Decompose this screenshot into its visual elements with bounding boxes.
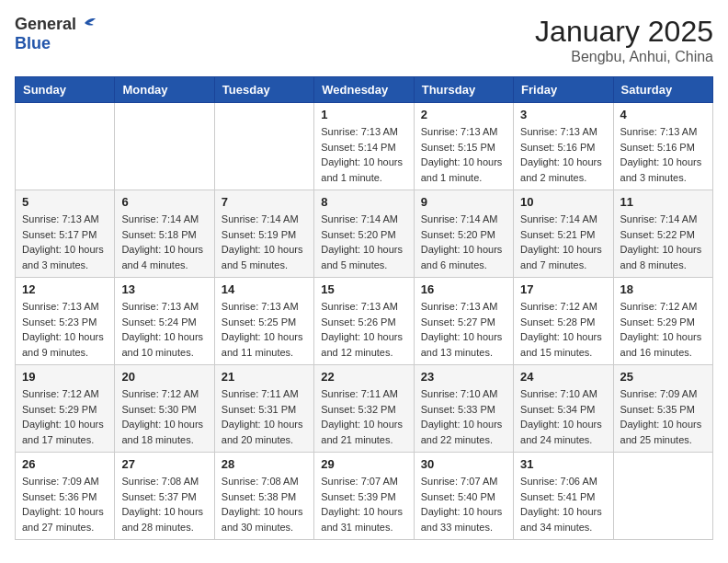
calendar-empty-cell <box>16 103 115 190</box>
day-info: Sunrise: 7:12 AMSunset: 5:29 PMDaylight:… <box>620 299 706 360</box>
header-day-wednesday: Wednesday <box>314 77 414 103</box>
day-info: Sunrise: 7:12 AMSunset: 5:30 PMDaylight:… <box>121 386 207 447</box>
day-info: Sunrise: 7:13 AMSunset: 5:16 PMDaylight:… <box>620 124 706 185</box>
day-number: 4 <box>620 108 706 121</box>
logo-blue-text: Blue <box>15 34 51 52</box>
day-number: 1 <box>321 108 406 121</box>
day-number: 9 <box>421 195 506 209</box>
day-number: 11 <box>620 195 706 209</box>
calendar-day-1: 1Sunrise: 7:13 AMSunset: 5:14 PMDaylight… <box>314 103 414 190</box>
calendar-table: SundayMondayTuesdayWednesdayThursdayFrid… <box>15 76 713 540</box>
calendar-week-row: 19Sunrise: 7:12 AMSunset: 5:29 PMDayligh… <box>16 365 713 453</box>
calendar-day-28: 28Sunrise: 7:08 AMSunset: 5:38 PMDayligh… <box>214 453 313 540</box>
day-info: Sunrise: 7:14 AMSunset: 5:18 PMDaylight:… <box>121 212 207 272</box>
calendar-day-2: 2Sunrise: 7:13 AMSunset: 5:15 PMDaylight… <box>414 103 513 190</box>
calendar-empty-cell <box>613 453 712 540</box>
calendar-day-26: 26Sunrise: 7:09 AMSunset: 5:36 PMDayligh… <box>16 453 115 540</box>
calendar-week-row: 26Sunrise: 7:09 AMSunset: 5:36 PMDayligh… <box>16 453 713 540</box>
day-number: 7 <box>222 195 307 209</box>
day-info: Sunrise: 7:10 AMSunset: 5:34 PMDaylight:… <box>520 386 606 447</box>
calendar-empty-cell <box>115 103 214 190</box>
day-info: Sunrise: 7:07 AMSunset: 5:40 PMDaylight:… <box>421 474 506 534</box>
day-number: 15 <box>321 282 406 296</box>
page-header: General Blue January 2025 Bengbu, Anhui,… <box>15 15 713 65</box>
day-number: 25 <box>620 370 706 384</box>
day-info: Sunrise: 7:10 AMSunset: 5:33 PMDaylight:… <box>421 386 506 447</box>
day-number: 22 <box>321 370 406 384</box>
day-number: 14 <box>222 282 307 296</box>
logo: General Blue <box>15 15 97 53</box>
day-info: Sunrise: 7:13 AMSunset: 5:27 PMDaylight:… <box>421 299 506 360</box>
calendar-day-20: 20Sunrise: 7:12 AMSunset: 5:30 PMDayligh… <box>115 365 214 453</box>
calendar-day-11: 11Sunrise: 7:14 AMSunset: 5:22 PMDayligh… <box>613 190 712 278</box>
day-info: Sunrise: 7:12 AMSunset: 5:28 PMDaylight:… <box>520 299 606 360</box>
calendar-day-21: 21Sunrise: 7:11 AMSunset: 5:31 PMDayligh… <box>214 365 313 453</box>
day-number: 20 <box>121 370 207 384</box>
header-day-thursday: Thursday <box>414 77 513 103</box>
calendar-day-8: 8Sunrise: 7:14 AMSunset: 5:20 PMDaylight… <box>314 190 414 278</box>
calendar-day-6: 6Sunrise: 7:14 AMSunset: 5:18 PMDaylight… <box>115 190 214 278</box>
header-day-tuesday: Tuesday <box>214 77 313 103</box>
day-number: 31 <box>520 457 606 471</box>
day-info: Sunrise: 7:14 AMSunset: 5:21 PMDaylight:… <box>520 212 606 272</box>
calendar-day-22: 22Sunrise: 7:11 AMSunset: 5:32 PMDayligh… <box>314 365 414 453</box>
calendar-header-row: SundayMondayTuesdayWednesdayThursdayFrid… <box>16 77 713 103</box>
day-info: Sunrise: 7:13 AMSunset: 5:24 PMDaylight:… <box>121 299 207 360</box>
day-info: Sunrise: 7:11 AMSunset: 5:32 PMDaylight:… <box>321 386 406 447</box>
day-number: 3 <box>520 108 606 121</box>
day-number: 21 <box>222 370 307 384</box>
day-number: 6 <box>121 195 207 209</box>
calendar-day-27: 27Sunrise: 7:08 AMSunset: 5:37 PMDayligh… <box>115 453 214 540</box>
day-number: 19 <box>22 370 108 384</box>
calendar-day-25: 25Sunrise: 7:09 AMSunset: 5:35 PMDayligh… <box>613 365 712 453</box>
calendar-day-19: 19Sunrise: 7:12 AMSunset: 5:29 PMDayligh… <box>16 365 115 453</box>
calendar-day-7: 7Sunrise: 7:14 AMSunset: 5:19 PMDaylight… <box>214 190 313 278</box>
calendar-day-24: 24Sunrise: 7:10 AMSunset: 5:34 PMDayligh… <box>514 365 613 453</box>
calendar-day-29: 29Sunrise: 7:07 AMSunset: 5:39 PMDayligh… <box>314 453 414 540</box>
day-number: 27 <box>121 457 207 471</box>
title-block: January 2025 Bengbu, Anhui, China <box>535 15 713 65</box>
calendar-day-5: 5Sunrise: 7:13 AMSunset: 5:17 PMDaylight… <box>16 190 115 278</box>
day-number: 26 <box>22 457 108 471</box>
header-day-friday: Friday <box>514 77 613 103</box>
day-info: Sunrise: 7:13 AMSunset: 5:23 PMDaylight:… <box>22 299 108 360</box>
day-info: Sunrise: 7:09 AMSunset: 5:35 PMDaylight:… <box>620 386 706 447</box>
calendar-day-3: 3Sunrise: 7:13 AMSunset: 5:16 PMDaylight… <box>514 103 613 190</box>
location-subtitle: Bengbu, Anhui, China <box>535 49 713 65</box>
day-info: Sunrise: 7:07 AMSunset: 5:39 PMDaylight:… <box>321 474 406 534</box>
day-number: 29 <box>321 457 406 471</box>
day-number: 12 <box>22 282 108 296</box>
calendar-week-row: 5Sunrise: 7:13 AMSunset: 5:17 PMDaylight… <box>16 190 713 278</box>
day-info: Sunrise: 7:06 AMSunset: 5:41 PMDaylight:… <box>520 474 606 534</box>
calendar-day-16: 16Sunrise: 7:13 AMSunset: 5:27 PMDayligh… <box>414 278 513 365</box>
day-info: Sunrise: 7:14 AMSunset: 5:19 PMDaylight:… <box>222 212 307 272</box>
calendar-week-row: 12Sunrise: 7:13 AMSunset: 5:23 PMDayligh… <box>16 278 713 365</box>
day-number: 16 <box>421 282 506 296</box>
day-info: Sunrise: 7:13 AMSunset: 5:15 PMDaylight:… <box>421 124 506 185</box>
day-number: 5 <box>22 195 108 209</box>
logo-bird-icon <box>77 14 97 34</box>
day-info: Sunrise: 7:13 AMSunset: 5:16 PMDaylight:… <box>520 124 606 185</box>
day-info: Sunrise: 7:14 AMSunset: 5:20 PMDaylight:… <box>421 212 506 272</box>
header-day-saturday: Saturday <box>613 77 712 103</box>
calendar-day-14: 14Sunrise: 7:13 AMSunset: 5:25 PMDayligh… <box>214 278 313 365</box>
month-title: January 2025 <box>535 15 713 49</box>
calendar-day-15: 15Sunrise: 7:13 AMSunset: 5:26 PMDayligh… <box>314 278 414 365</box>
calendar-day-18: 18Sunrise: 7:12 AMSunset: 5:29 PMDayligh… <box>613 278 712 365</box>
day-info: Sunrise: 7:14 AMSunset: 5:20 PMDaylight:… <box>321 212 406 272</box>
day-info: Sunrise: 7:13 AMSunset: 5:14 PMDaylight:… <box>321 124 406 185</box>
day-info: Sunrise: 7:13 AMSunset: 5:25 PMDaylight:… <box>222 299 307 360</box>
calendar-day-30: 30Sunrise: 7:07 AMSunset: 5:40 PMDayligh… <box>414 453 513 540</box>
day-number: 10 <box>520 195 606 209</box>
day-number: 18 <box>620 282 706 296</box>
logo-general-text: General <box>15 15 76 34</box>
calendar-empty-cell <box>214 103 313 190</box>
day-number: 23 <box>421 370 506 384</box>
day-info: Sunrise: 7:09 AMSunset: 5:36 PMDaylight:… <box>22 474 108 534</box>
calendar-day-13: 13Sunrise: 7:13 AMSunset: 5:24 PMDayligh… <box>115 278 214 365</box>
day-info: Sunrise: 7:12 AMSunset: 5:29 PMDaylight:… <box>22 386 108 447</box>
day-number: 13 <box>121 282 207 296</box>
day-number: 24 <box>520 370 606 384</box>
calendar-day-9: 9Sunrise: 7:14 AMSunset: 5:20 PMDaylight… <box>414 190 513 278</box>
day-number: 17 <box>520 282 606 296</box>
